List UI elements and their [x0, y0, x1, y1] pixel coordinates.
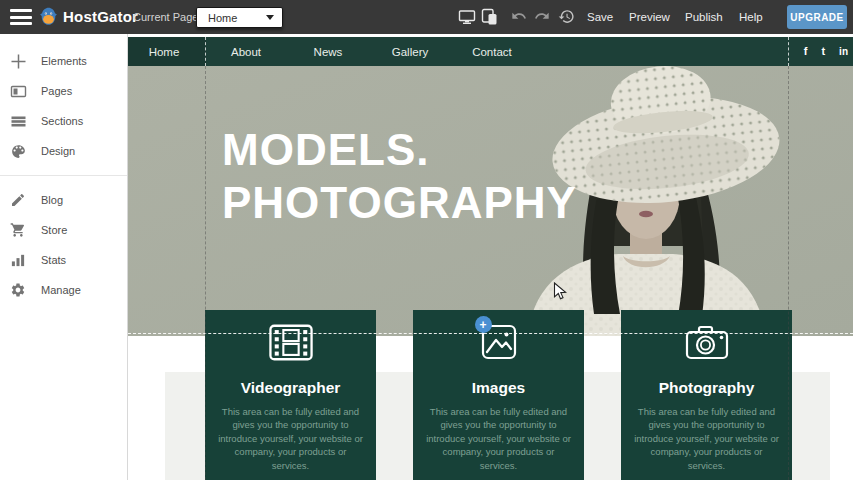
sidebar-item-label: Design: [41, 145, 75, 157]
app-window: HostGator Current Page: Home Save Previe…: [0, 0, 853, 480]
logo-text: HostGator: [63, 8, 138, 25]
publish-button[interactable]: Publish: [685, 0, 723, 34]
redo-icon[interactable]: [534, 8, 552, 26]
undo-icon[interactable]: [511, 8, 529, 26]
sidebar-item-pages[interactable]: Pages: [0, 76, 127, 106]
sidebar-item-label: Elements: [41, 55, 87, 67]
sidebar-item-label: Pages: [41, 85, 72, 97]
sidebar-item-store[interactable]: Store: [0, 215, 127, 245]
nav-item-about[interactable]: About: [205, 37, 287, 66]
feature-card-videographer[interactable]: Videographer This area can be fully edit…: [205, 310, 376, 480]
sidebar-item-manage[interactable]: Manage: [0, 275, 127, 305]
desktop-view-icon[interactable]: [458, 8, 476, 26]
sidebar-item-label: Blog: [41, 194, 63, 206]
feature-card-images[interactable]: + Images This area can be fully edited a…: [413, 310, 584, 480]
save-button[interactable]: Save: [587, 0, 613, 34]
hero-title[interactable]: MODELS. PHOTOGRAPHY: [222, 124, 577, 230]
hero-section[interactable]: MODELS. PHOTOGRAPHY: [128, 66, 853, 336]
editor-sidebar: Elements Pages Sections Design Blog: [0, 34, 128, 480]
pencil-icon: [10, 192, 27, 209]
mobile-view-icon[interactable]: [481, 8, 499, 26]
gear-icon: [10, 282, 27, 299]
hostgator-logo: HostGator: [38, 6, 138, 27]
current-page-label: Current Page:: [133, 0, 201, 34]
hero-title-line1: MODELS.: [222, 124, 577, 177]
plus-icon: [10, 53, 27, 70]
sidebar-item-label: Sections: [41, 115, 83, 127]
sidebar-item-stats[interactable]: Stats: [0, 245, 127, 275]
upgrade-button[interactable]: UPGRADE: [787, 5, 847, 29]
sections-icon: [10, 113, 27, 130]
nav-item-home[interactable]: Home: [123, 37, 205, 66]
site-preview-canvas: Home About News Gallery Contact f t in: [128, 34, 853, 480]
sidebar-item-label: Stats: [41, 254, 66, 266]
add-image-button[interactable]: +: [475, 316, 492, 333]
card-title: Photography: [621, 379, 792, 397]
sidebar-item-sections[interactable]: Sections: [0, 106, 127, 136]
camera-icon: [685, 324, 729, 360]
sidebar-item-design[interactable]: Design: [0, 136, 127, 166]
gator-mascot-icon: [38, 6, 59, 27]
nav-item-news[interactable]: News: [287, 37, 369, 66]
sidebar-divider: [0, 175, 127, 176]
card-body-text: This area can be fully edited and gives …: [413, 405, 584, 472]
site-navbar: Home About News Gallery Contact f t in: [128, 37, 853, 66]
preview-button[interactable]: Preview: [629, 0, 670, 34]
card-title: Images: [413, 379, 584, 397]
hamburger-icon[interactable]: [10, 9, 34, 25]
sidebar-item-label: Manage: [41, 284, 81, 296]
editor-topbar: HostGator Current Page: Home Save Previe…: [0, 0, 853, 34]
page-select-value: Home: [197, 12, 266, 24]
help-button[interactable]: Help: [739, 0, 763, 34]
history-icon[interactable]: [558, 8, 576, 26]
nav-item-gallery[interactable]: Gallery: [369, 37, 451, 66]
linkedin-icon[interactable]: in: [839, 47, 848, 57]
pages-icon: [10, 83, 27, 100]
film-strip-icon: [269, 324, 313, 361]
sidebar-item-label: Store: [41, 224, 67, 236]
chevron-down-icon: [266, 15, 274, 20]
cart-icon: [10, 222, 27, 239]
feature-card-photography[interactable]: Photography This area can be fully edite…: [621, 310, 792, 480]
card-body-text: This area can be fully edited and gives …: [205, 405, 376, 472]
page-select-dropdown[interactable]: Home: [196, 7, 283, 28]
hero-title-line2: PHOTOGRAPHY: [222, 177, 577, 230]
palette-icon: [10, 143, 27, 160]
nav-item-contact[interactable]: Contact: [451, 37, 533, 66]
card-body-text: This area can be fully edited and gives …: [621, 405, 792, 472]
facebook-icon[interactable]: f: [804, 46, 808, 57]
card-title: Videographer: [205, 379, 376, 397]
twitter-icon[interactable]: t: [821, 46, 825, 57]
stats-icon: [10, 252, 27, 269]
sidebar-item-elements[interactable]: Elements: [0, 46, 127, 76]
sidebar-item-blog[interactable]: Blog: [0, 185, 127, 215]
